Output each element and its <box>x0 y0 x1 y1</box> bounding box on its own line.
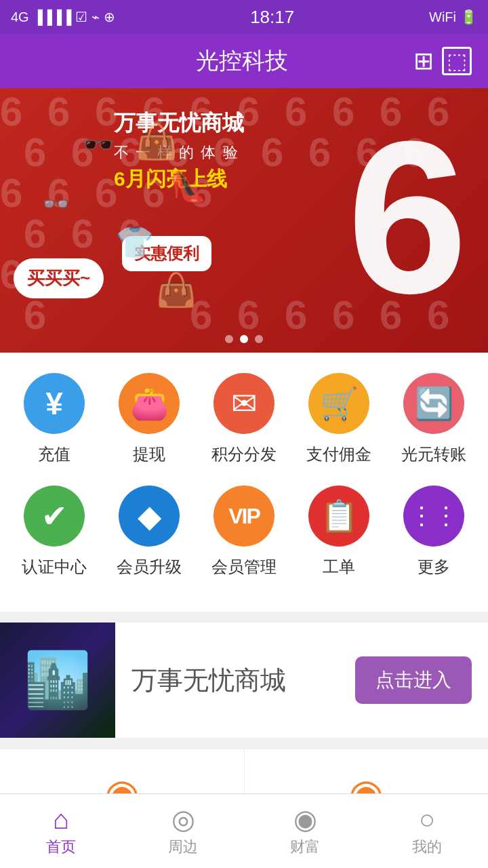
nav-item-nearby[interactable]: ◎ 周边 <box>122 794 244 868</box>
withdraw-label: 提现 <box>133 443 165 465</box>
glasses-icon: 👓 <box>41 190 71 218</box>
ticket-label: 工单 <box>323 556 355 578</box>
bag-icon: 👜 <box>136 122 178 161</box>
dot-3[interactable] <box>255 335 263 343</box>
points-label: 积分分发 <box>211 443 277 465</box>
status-bar: 4G ▐▐▐▐ ☑ ⌁ ⊕ 18:17 WiFi 🔋 <box>0 0 488 34</box>
grid-menu: ¥ 充值 👛 提现 ✉ 积分分发 🛒 支付佣金 🔄 光元转账 <box>0 353 488 612</box>
home-icon: ⌂ <box>53 806 69 833</box>
points-icon: ✉ <box>214 373 274 434</box>
mall-section: 🏙️ 万事无忧商城 点击进入 <box>0 623 488 738</box>
header: 光控科技 ⊞ ⬚ <box>0 34 488 88</box>
commission-label: 支付佣金 <box>306 443 371 465</box>
extra-icon: ⊕ <box>104 9 115 25</box>
nearby-icon: ◎ <box>171 806 195 833</box>
menu-item-ticket[interactable]: 📋 工单 <box>298 486 380 578</box>
sunglasses-icon: 🕶️ <box>81 129 115 161</box>
more-icon: ⋮⋮ <box>403 486 464 547</box>
more-label: 更多 <box>418 556 450 578</box>
header-icons: ⊞ ⬚ <box>413 47 472 75</box>
menu-item-more[interactable]: ⋮⋮ 更多 <box>393 486 474 578</box>
banner: 6 6 6 6 6 6 6 6 6 6 6 6 6 6 6 6 6 6 6 6 … <box>0 88 488 353</box>
mall-enter-button[interactable]: 点击进入 <box>355 656 472 704</box>
status-right: WiFi 🔋 <box>429 9 477 25</box>
mall-title: 万事无忧商城 <box>131 663 286 698</box>
recharge-icon: ¥ <box>24 373 85 434</box>
transfer-label: 光元转账 <box>401 443 466 465</box>
wealth-label: 财富 <box>290 837 320 857</box>
mall-thumbnail: 🏙️ <box>0 623 115 738</box>
banner-left-bubble1: 买买买~ <box>14 258 104 298</box>
menu-item-member-manage[interactable]: VIP 会员管理 <box>203 486 285 578</box>
wealth-icon: ◉ <box>293 806 317 833</box>
dot-2[interactable] <box>240 335 248 343</box>
nearby-label: 周边 <box>168 837 198 857</box>
menu-item-withdraw[interactable]: 👛 提现 <box>108 373 190 465</box>
notification-icon: ☑ <box>75 9 87 25</box>
bottom-nav: ⌂ 首页 ◎ 周边 ◉ 财富 ○ 我的 <box>0 793 488 868</box>
nav-item-home[interactable]: ⌂ 首页 <box>0 794 122 868</box>
signal-text: 4G <box>11 9 29 25</box>
signal-bars: ▐▐▐▐ <box>33 9 72 25</box>
withdraw-icon: 👛 <box>119 373 180 434</box>
ticket-icon: 📋 <box>308 486 369 547</box>
battery-icon: 🔋 <box>460 9 477 25</box>
profile-label: 我的 <box>412 837 442 857</box>
mall-thumb-icon: 🏙️ <box>24 648 92 712</box>
section-divider-2 <box>0 738 488 749</box>
grid-row-2: ✔ 认证中心 ◆ 会员升级 VIP 会员管理 📋 工单 ⋮⋮ 更多 <box>7 486 481 578</box>
status-time: 18:17 <box>250 7 294 28</box>
commission-icon: 🛒 <box>308 373 369 434</box>
member-manage-label: 会员管理 <box>211 556 277 578</box>
menu-item-points[interactable]: ✉ 积分分发 <box>203 373 285 465</box>
upgrade-icon: ◆ <box>119 486 180 547</box>
recharge-label: 充值 <box>38 443 70 465</box>
member-manage-icon: VIP <box>214 486 274 547</box>
section-divider <box>0 612 488 623</box>
menu-item-auth[interactable]: ✔ 认证中心 <box>14 486 95 578</box>
menu-item-recharge[interactable]: ¥ 充值 <box>14 373 95 465</box>
banner-dots <box>225 335 263 343</box>
wifi-icon: WiFi <box>429 9 456 25</box>
upgrade-label: 会员升级 <box>117 556 182 578</box>
banner-title: 万事无忧商城 <box>114 108 244 138</box>
grid-row-1: ¥ 充值 👛 提现 ✉ 积分分发 🛒 支付佣金 🔄 光元转账 <box>7 373 481 465</box>
qr-icon[interactable]: ⊞ <box>413 49 434 73</box>
menu-item-upgrade[interactable]: ◆ 会员升级 <box>108 486 190 578</box>
banner-big-number: 6 <box>347 108 468 326</box>
usb-icon: ⌁ <box>92 9 100 25</box>
nav-item-wealth[interactable]: ◉ 财富 <box>244 794 366 868</box>
profile-icon: ○ <box>419 806 435 833</box>
heels-icon: 👠 <box>169 170 207 205</box>
transfer-icon: 🔄 <box>403 373 464 434</box>
handbag-icon: 👜 <box>156 271 197 309</box>
menu-item-transfer[interactable]: 🔄 光元转账 <box>393 373 474 465</box>
auth-icon: ✔ <box>24 486 85 547</box>
mall-content: 万事无忧商城 点击进入 <box>115 656 488 704</box>
tshirt-icon: 👕 <box>115 224 154 260</box>
scan-icon[interactable]: ⬚ <box>442 47 472 75</box>
nav-item-profile[interactable]: ○ 我的 <box>366 794 488 868</box>
banner-subtitle: 不 一 样 的 体 验 <box>114 142 244 163</box>
auth-label: 认证中心 <box>22 556 87 578</box>
dot-1[interactable] <box>225 335 233 343</box>
menu-item-commission[interactable]: 🛒 支付佣金 <box>298 373 380 465</box>
app-title: 光控科技 <box>70 45 413 77</box>
home-label: 首页 <box>46 837 76 857</box>
status-left: 4G ▐▐▐▐ ☑ ⌁ ⊕ <box>11 9 115 25</box>
